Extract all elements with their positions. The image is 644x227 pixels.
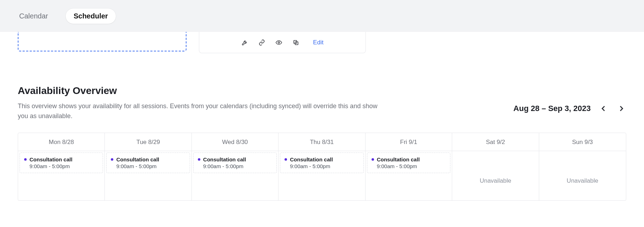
day-column: Tue 8/29 Consultation call 9:00am - 5:00… <box>105 133 191 200</box>
day-header: Mon 8/28 <box>18 133 104 151</box>
day-body: Consultation call 9:00am - 5:00pm <box>18 151 104 200</box>
event-time: 9:00am - 5:00pm <box>116 163 185 169</box>
day-body: Consultation call 9:00am - 5:00pm <box>366 151 452 200</box>
event-title: Consultation call <box>203 156 246 162</box>
event-card[interactable]: Consultation call 9:00am - 5:00pm <box>106 153 190 173</box>
content-area: Edit Availability Overview This overview… <box>0 32 644 215</box>
availability-subtitle: This overview shows your availability fo… <box>18 101 380 121</box>
date-range-label: Aug 28 – Sep 3, 2023 <box>513 104 591 113</box>
link-icon[interactable] <box>258 39 265 46</box>
action-icon-row <box>241 39 299 46</box>
day-column: Thu 8/31 Consultation call 9:00am - 5:00… <box>278 133 365 200</box>
event-time: 9:00am - 5:00pm <box>377 163 446 169</box>
day-header: Thu 8/31 <box>278 133 365 151</box>
day-body: Unavailable <box>452 151 539 200</box>
next-week-button[interactable] <box>616 104 626 114</box>
day-header: Tue 8/29 <box>105 133 191 151</box>
event-title-row: Consultation call <box>372 156 446 162</box>
availability-section: Availability Overview This overview show… <box>18 85 626 121</box>
day-column: Mon 8/28 Consultation call 9:00am - 5:00… <box>18 133 105 200</box>
day-body: Unavailable <box>539 151 626 200</box>
event-title: Consultation call <box>290 156 333 162</box>
day-column: Wed 8/30 Consultation call 9:00am - 5:00… <box>192 133 278 200</box>
svg-point-0 <box>278 41 280 43</box>
availability-title: Availability Overview <box>18 85 626 96</box>
wrench-icon[interactable] <box>241 39 248 46</box>
event-title: Consultation call <box>29 156 72 162</box>
event-time: 9:00am - 5:00pm <box>290 163 359 169</box>
add-placeholder-box[interactable] <box>18 32 186 51</box>
prev-week-button[interactable] <box>599 104 608 114</box>
unavailable-label: Unavailable <box>541 153 624 199</box>
edit-link[interactable]: Edit <box>313 39 323 46</box>
day-column: Sun 9/3 Unavailable <box>539 133 626 200</box>
event-dot-icon <box>372 158 374 161</box>
event-title: Consultation call <box>116 156 159 162</box>
eye-icon[interactable] <box>275 39 282 46</box>
tab-group: Calendar Scheduler <box>9 6 119 26</box>
day-body: Consultation call 9:00am - 5:00pm <box>192 151 278 200</box>
day-body: Consultation call 9:00am - 5:00pm <box>105 151 191 200</box>
tab-scheduler[interactable]: Scheduler <box>66 9 116 24</box>
day-header: Fri 9/1 <box>366 133 452 151</box>
day-column: Sat 9/2 Unavailable <box>452 133 539 200</box>
event-time: 9:00am - 5:00pm <box>29 163 98 169</box>
day-column: Fri 9/1 Consultation call 9:00am - 5:00p… <box>366 133 452 200</box>
session-action-card: Edit <box>199 32 366 53</box>
event-card[interactable]: Consultation call 9:00am - 5:00pm <box>367 153 450 173</box>
availability-table: Mon 8/28 Consultation call 9:00am - 5:00… <box>18 133 626 201</box>
event-title-row: Consultation call <box>24 156 98 162</box>
event-time: 9:00am - 5:00pm <box>203 163 272 169</box>
event-dot-icon <box>285 158 287 161</box>
event-title-row: Consultation call <box>285 156 359 162</box>
day-body: Consultation call 9:00am - 5:00pm <box>278 151 365 200</box>
day-header: Wed 8/30 <box>192 133 278 151</box>
event-title-row: Consultation call <box>198 156 272 162</box>
event-dot-icon <box>198 158 200 161</box>
date-range-nav: Aug 28 – Sep 3, 2023 <box>513 101 626 114</box>
event-card[interactable]: Consultation call 9:00am - 5:00pm <box>193 153 277 173</box>
unavailable-label: Unavailable <box>454 153 537 199</box>
event-card[interactable]: Consultation call 9:00am - 5:00pm <box>20 153 103 173</box>
day-header: Sat 9/2 <box>452 133 539 151</box>
event-card[interactable]: Consultation call 9:00am - 5:00pm <box>280 153 363 173</box>
tab-calendar[interactable]: Calendar <box>11 9 56 24</box>
copy-icon[interactable] <box>292 39 299 46</box>
event-title-row: Consultation call <box>111 156 185 162</box>
top-tab-bar: Calendar Scheduler <box>0 0 644 32</box>
event-dot-icon <box>111 158 113 161</box>
availability-subrow: This overview shows your availability fo… <box>18 101 626 121</box>
event-dot-icon <box>24 158 27 161</box>
day-header: Sun 9/3 <box>539 133 626 151</box>
event-title: Consultation call <box>377 156 420 162</box>
